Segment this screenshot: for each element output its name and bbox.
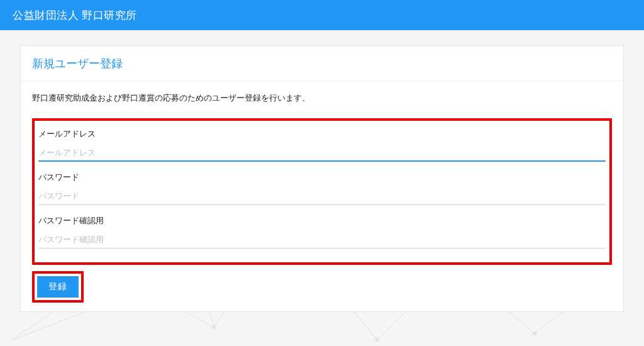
password-confirm-label: パスワード確認用	[38, 215, 606, 226]
app-title: 公益財団法人 野口研究所	[13, 8, 137, 23]
intro-text: 野口遵研究助成金および野口遵賞の応募のためのユーザー登録を行います。	[32, 92, 612, 113]
card-title: 新規ユーザー登録	[32, 56, 612, 71]
form-fields-highlight: メールアドレス パスワード パスワード確認用	[32, 118, 612, 265]
password-confirm-input[interactable]	[38, 233, 606, 248]
password-label: パスワード	[38, 172, 606, 183]
card-body: 野口遵研究助成金および野口遵賞の応募のためのユーザー登録を行います。 メールアド…	[21, 81, 623, 311]
field-email: メールアドレス	[38, 128, 606, 162]
field-password: パスワード	[38, 172, 606, 205]
svg-point-3	[375, 338, 379, 342]
app-header: 公益財団法人 野口研究所	[0, 0, 644, 30]
svg-point-8	[212, 325, 216, 329]
password-input[interactable]	[38, 189, 606, 205]
submit-highlight: 登録	[32, 271, 84, 303]
card-header: 新規ユーザー登録	[21, 46, 623, 81]
field-password-confirm: パスワード確認用	[38, 215, 606, 248]
registration-card: 新規ユーザー登録 野口遵研究助成金および野口遵賞の応募のためのユーザー登録を行い…	[20, 45, 624, 312]
svg-point-5	[533, 332, 536, 335]
submit-button[interactable]: 登録	[37, 276, 79, 298]
email-label: メールアドレス	[38, 128, 606, 140]
email-input[interactable]	[38, 146, 606, 162]
